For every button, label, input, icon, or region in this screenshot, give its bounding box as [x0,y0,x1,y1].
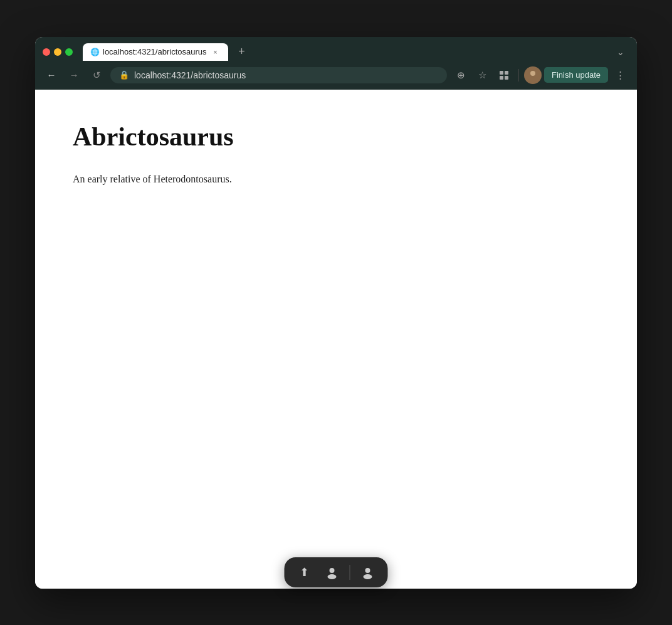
address-bar[interactable]: 🔒 localhost:4321/abrictosaurus [110,67,447,83]
tab-expand-button[interactable]: ⌄ [612,43,629,61]
svg-rect-1 [505,71,508,75]
dock-icon-1[interactable]: ⬆ [295,562,315,582]
reload-button[interactable]: ↺ [88,66,105,84]
tab-close-button[interactable]: × [211,47,221,57]
title-bar: 🌐 localhost:4321/abrictosaurus × + ⌄ [35,37,637,61]
address-text: localhost:4321/abrictosaurus [134,70,438,80]
svg-point-9 [364,574,372,579]
tab-row: 🌐 localhost:4321/abrictosaurus × + ⌄ [43,43,629,61]
finish-update-button[interactable]: Finish update [544,67,608,83]
page-content: Abrictosaurus An early relative of Heter… [35,90,637,589]
dock-separator [350,565,350,580]
tab-title: localhost:4321/abrictosaurus [103,47,207,56]
svg-point-8 [365,568,370,573]
nav-actions: ⊕ ☆ Finish update ⋮ [452,66,629,85]
dock-icon-3[interactable] [358,562,378,582]
svg-point-7 [328,574,337,579]
svg-point-5 [528,77,537,81]
bottom-dock-container: ⬆ [285,557,388,587]
dock-person-icon [325,565,339,579]
back-button[interactable]: ← [43,66,60,84]
dock-icon-2[interactable] [322,562,342,582]
svg-rect-2 [500,76,503,80]
svg-rect-3 [505,76,508,80]
minimize-button[interactable] [54,48,61,56]
active-tab[interactable]: 🌐 localhost:4321/abrictosaurus × [83,43,228,61]
close-button[interactable] [43,48,50,56]
nav-bar: ← → ↺ 🔒 localhost:4321/abrictosaurus ⊕ ☆ [35,61,637,90]
bottom-dock: ⬆ [285,557,388,587]
svg-rect-0 [500,71,503,75]
zoom-button[interactable]: ⊕ [452,66,471,85]
maximize-button[interactable] [65,48,73,56]
svg-point-6 [330,568,335,573]
new-tab-button[interactable]: + [233,43,251,61]
nav-separator [518,69,519,81]
page-title: Abrictosaurus [73,121,599,152]
page-description: An early relative of Heterodontosaurus. [73,171,599,187]
extensions-button[interactable] [495,66,513,85]
dock-person2-icon [361,565,375,579]
address-lock-icon: 🔒 [119,70,129,80]
more-options-button[interactable]: ⋮ [611,66,629,85]
forward-button[interactable]: → [65,66,83,84]
traffic-lights [43,48,73,56]
browser-window: 🌐 localhost:4321/abrictosaurus × + ⌄ ← →… [35,37,637,589]
tab-favicon-icon: 🌐 [90,48,99,56]
avatar-icon [527,69,539,81]
avatar-button[interactable] [524,66,542,84]
bookmark-button[interactable]: ☆ [473,66,492,85]
extensions-icon [499,70,509,80]
svg-point-4 [530,71,535,76]
